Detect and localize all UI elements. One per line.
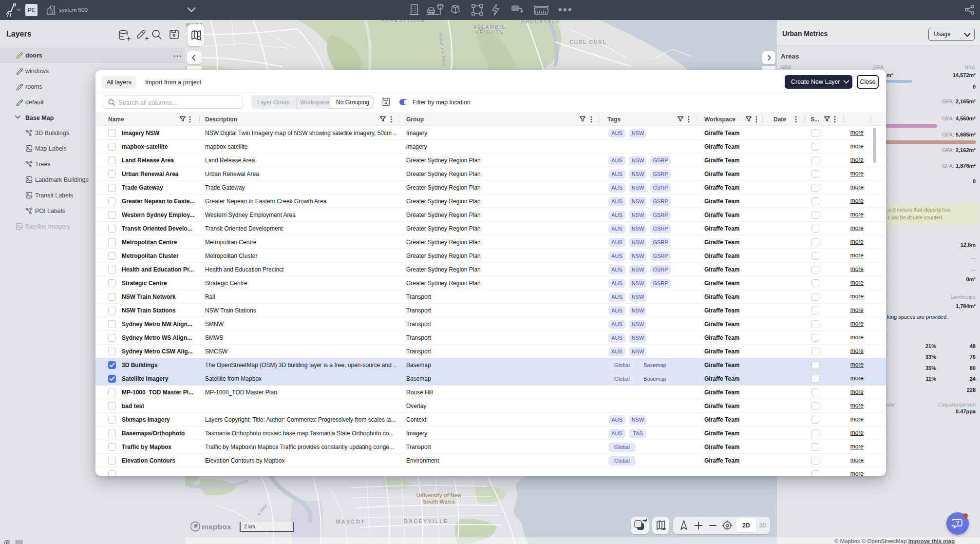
svg-text:mapbox: mapbox — [202, 523, 231, 531]
svg-text:?: ? — [956, 521, 959, 526]
